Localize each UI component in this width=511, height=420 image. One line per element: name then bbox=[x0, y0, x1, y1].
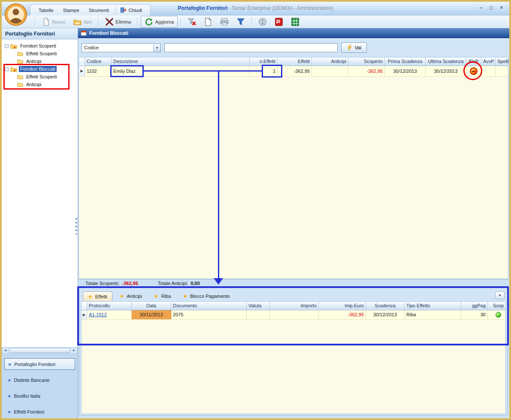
filter-button[interactable] bbox=[233, 16, 248, 27]
search-field-value: Codice bbox=[84, 45, 99, 50]
portfolio-folder-icon bbox=[10, 66, 17, 72]
nav-item-label: Bonifici Italia bbox=[14, 393, 40, 399]
portfolio-folder-icon bbox=[10, 43, 17, 49]
column-header-scoperto[interactable]: Scoperto bbox=[348, 57, 385, 66]
filter-remove-icon bbox=[187, 18, 196, 26]
menu-strumenti[interactable]: Strumenti bbox=[84, 6, 114, 14]
sidebar-splitter[interactable] bbox=[76, 218, 77, 234]
tab-blocco-pagamento[interactable]: ★ Blocco Pagamento bbox=[178, 291, 234, 301]
column-header-sosp[interactable]: Sosp bbox=[488, 302, 509, 310]
vai-label: Vai bbox=[355, 45, 361, 50]
tree-horizontal-scrollbar[interactable]: ◄ ► bbox=[2, 347, 78, 354]
vai-button[interactable]: Vai bbox=[341, 42, 367, 53]
nav-portafoglio-fornitori[interactable]: » Portafoglio Fornitori bbox=[4, 358, 75, 370]
column-header-ggpag[interactable]: ggPag bbox=[461, 302, 488, 310]
menu-tabelle[interactable]: Tabelle bbox=[34, 6, 58, 14]
column-header-documento[interactable]: Documento bbox=[171, 302, 247, 310]
tree-node-label: Anticipi bbox=[25, 58, 42, 64]
cell-descrizione: Emily Diaz bbox=[112, 66, 250, 76]
search-field-select[interactable]: Codice ▼ bbox=[82, 43, 161, 52]
tab-riba[interactable]: ★ Riba bbox=[149, 291, 175, 301]
tree-node-effetti-scoperti-1[interactable]: Effetti Scoperti bbox=[2, 50, 78, 57]
column-header-impeuro[interactable]: Imp.Euro bbox=[319, 302, 366, 310]
nav-effetti-fornitori[interactable]: » Effetti Fornitori bbox=[4, 406, 75, 417]
pdf-export-button[interactable] bbox=[271, 16, 287, 27]
cell-documento: 2075 bbox=[171, 310, 247, 319]
delete-icon bbox=[105, 18, 114, 26]
nuovo-button[interactable]: Nuovo bbox=[38, 16, 69, 27]
detail-empty-area bbox=[82, 320, 505, 414]
toolbar-separator bbox=[181, 18, 181, 26]
apri-button[interactable]: Apri bbox=[70, 16, 96, 27]
column-header-neffetti[interactable]: n.Effetti bbox=[250, 57, 278, 66]
scroll-left-icon[interactable]: ◄ bbox=[2, 348, 9, 354]
column-header-anticipi[interactable]: Anticipi bbox=[312, 57, 348, 66]
tab-effetti[interactable]: ★ Effetti bbox=[83, 291, 112, 301]
star-icon: ★ bbox=[183, 293, 187, 299]
column-header-blop[interactable]: BloP bbox=[466, 57, 481, 66]
tab-anticipi[interactable]: ★ Anticipi bbox=[115, 291, 147, 301]
folder-icon bbox=[17, 51, 23, 56]
column-header-ultima-scadenza[interactable]: Ultima Scadenza bbox=[426, 57, 466, 66]
column-header-avvp[interactable]: AvvP bbox=[481, 57, 496, 66]
tree-node-anticipi-2[interactable]: Anticipi bbox=[2, 81, 78, 88]
nav-distinte-bancarie[interactable]: » Distinte Bancarie bbox=[4, 374, 75, 386]
elimina-button[interactable]: Elimina bbox=[102, 16, 134, 27]
collapse-panel-button[interactable]: ▾ bbox=[495, 291, 505, 299]
toolbar-separator bbox=[35, 18, 35, 26]
globe-button[interactable] bbox=[255, 16, 270, 27]
toolbar-separator bbox=[98, 18, 99, 26]
column-header-prima-scadenza[interactable]: Prima Scadenza bbox=[385, 57, 426, 66]
column-header-codice[interactable]: Codice bbox=[85, 57, 112, 66]
expander-icon[interactable]: - bbox=[5, 67, 9, 71]
row-indicator: ▶ bbox=[79, 66, 85, 76]
filter-remove-button[interactable] bbox=[184, 16, 200, 27]
supplier-row[interactable]: ▶ 1102 Emily Diaz 1 -362,95 -362,95 30/1… bbox=[79, 66, 508, 77]
main-content: Fornitori Bloccati Codice ▼ Vai Codice D… bbox=[78, 28, 509, 418]
menu-stampe[interactable]: Stampe bbox=[58, 6, 84, 14]
column-header-descrizione[interactable]: Descrizione bbox=[112, 57, 250, 66]
blank-page-button[interactable] bbox=[200, 16, 216, 27]
column-header-protocollo[interactable]: Protocollo bbox=[87, 302, 132, 310]
column-header-tipo-effetto[interactable]: Tipo Effetto bbox=[405, 302, 461, 310]
tree-node-anticipi-1[interactable]: Anticipi bbox=[2, 57, 78, 65]
column-header-scadenza[interactable]: Scadenza bbox=[366, 302, 405, 310]
tree-node-fornitori-bloccati[interactable]: - Fornitori Bloccati bbox=[2, 65, 78, 73]
row-indicator-header bbox=[79, 57, 85, 66]
scrollbar-thumb[interactable] bbox=[9, 348, 70, 353]
dropdown-arrow-icon[interactable]: ▼ bbox=[153, 44, 160, 52]
search-input[interactable] bbox=[164, 43, 338, 52]
toolbar-separator bbox=[137, 18, 138, 26]
tree-node-fornitori-scoperti[interactable]: - Fornitori Scoperti bbox=[2, 42, 78, 50]
expander-icon[interactable]: - bbox=[5, 44, 9, 48]
column-header-valuta[interactable]: Valuta bbox=[247, 302, 270, 310]
apri-label: Apri bbox=[84, 19, 92, 24]
column-header-effetti[interactable]: Effetti bbox=[278, 57, 312, 66]
cell-data: 30/11/2013 bbox=[132, 310, 171, 319]
maximize-button[interactable]: □ bbox=[488, 4, 495, 11]
cell-sosp bbox=[488, 310, 509, 319]
toolbar-separator bbox=[251, 18, 252, 26]
sidebar-nav: » Portafoglio Fornitori » Distinte Banca… bbox=[2, 355, 78, 418]
column-header-speb[interactable]: SpeB bbox=[496, 57, 510, 66]
minimize-button[interactable]: – bbox=[478, 4, 484, 11]
aggiorna-button[interactable]: Aggiorna bbox=[141, 16, 178, 28]
printer-button[interactable] bbox=[217, 16, 232, 27]
cell-avvp bbox=[481, 66, 496, 76]
protocollo-link[interactable]: A1-1912 bbox=[89, 312, 107, 317]
nav-chevron-icon: » bbox=[8, 361, 11, 367]
sidebar: Portafoglio Fornitori - Fornitori Scoper… bbox=[2, 28, 78, 418]
column-header-data[interactable]: Data bbox=[132, 302, 171, 310]
column-header-importo[interactable]: Importo bbox=[270, 302, 319, 310]
cell-anticipi bbox=[312, 66, 348, 76]
menu-chiudi[interactable]: Chiudi bbox=[115, 6, 147, 14]
tree-node-effetti-scoperti-2[interactable]: Effetti Scoperti bbox=[2, 73, 78, 81]
user-avatar[interactable] bbox=[4, 3, 27, 26]
effect-row[interactable]: ▶ A1-1912 30/11/2013 2075 -362,95 30/12/… bbox=[82, 310, 505, 320]
nav-bonifici-italia[interactable]: » Bonifici Italia bbox=[4, 390, 75, 402]
excel-export-button[interactable] bbox=[287, 16, 303, 27]
close-button[interactable]: × bbox=[498, 4, 505, 11]
scroll-right-icon[interactable]: ► bbox=[71, 348, 77, 354]
tree-node-label: Effetti Scoperti bbox=[25, 74, 58, 80]
open-folder-icon bbox=[73, 18, 82, 26]
